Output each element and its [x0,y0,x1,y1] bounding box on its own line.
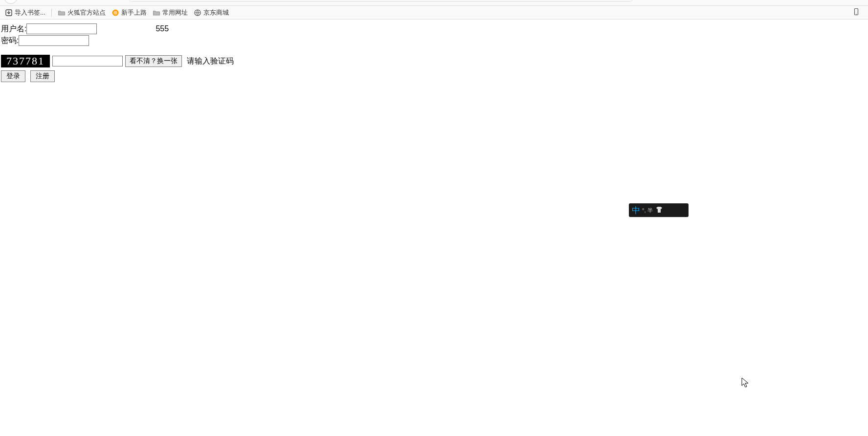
svg-point-2 [113,11,117,15]
bookmark-firefox-official[interactable]: 火狐官方站点 [56,7,108,18]
bookmarks-toolbar: 导入书签... 火狐官方站点 新手上路 常用网址 京东商城 [0,6,868,20]
username-input[interactable] [26,23,97,34]
import-bookmarks-label: 导入书签... [15,8,45,17]
captcha-image: 737781 [1,55,50,67]
folder-icon [58,9,66,17]
bookmark-common-sites[interactable]: 常用网址 [151,7,190,18]
folder-icon [153,9,160,17]
password-row: 密码: [1,35,867,46]
captcha-section: 737781 看不清？换一张 请输入验证码 [1,55,867,67]
mobile-icon [852,8,860,16]
reload-button[interactable] [4,0,18,4]
ime-width-text: 半 [647,207,653,214]
refresh-captcha-button[interactable]: 看不清？换一张 [125,55,182,67]
bookmark-firefox-official-label: 火狐官方站点 [67,8,106,17]
url-bar[interactable] [130,0,632,1]
bookmark-common-sites-label: 常用网址 [162,8,188,17]
bookmark-getting-started[interactable]: 新手上路 [110,7,149,18]
side-value-text: 555 [156,24,169,33]
ime-punct-text: °, [642,207,645,213]
tshirt-icon [655,206,664,215]
page-content: 用户名: 555 密码: 737781 看不清？换一张 请输入验证码 登录 注册 [0,20,868,86]
ime-indicator[interactable]: 中 °, 半 [629,203,689,217]
ime-mode-text: 中 [632,205,640,216]
bookmark-getting-started-label: 新手上路 [121,8,147,17]
import-bookmarks-button[interactable]: 导入书签... [3,7,47,18]
toolbar-divider [51,9,52,17]
captcha-input[interactable] [52,56,123,66]
action-buttons: 登录 注册 [1,70,867,82]
svg-point-5 [856,14,856,14]
synced-tabs-button[interactable] [852,8,860,17]
username-row: 用户名: 555 [1,23,867,34]
password-label: 密码: [1,36,19,46]
browser-top-bar [0,0,868,6]
bookmark-jd-label: 京东商城 [203,8,229,17]
import-icon [5,9,13,17]
bookmark-jd[interactable]: 京东商城 [192,7,231,18]
password-input[interactable] [19,35,89,46]
firefox-icon [111,9,119,17]
username-label: 用户名: [1,24,26,34]
captcha-code-text: 737781 [6,55,45,67]
login-button[interactable]: 登录 [1,70,25,82]
register-button[interactable]: 注册 [30,70,55,82]
mouse-cursor [741,377,749,388]
globe-icon [194,9,201,17]
captcha-hint-text: 请输入验证码 [187,56,234,66]
